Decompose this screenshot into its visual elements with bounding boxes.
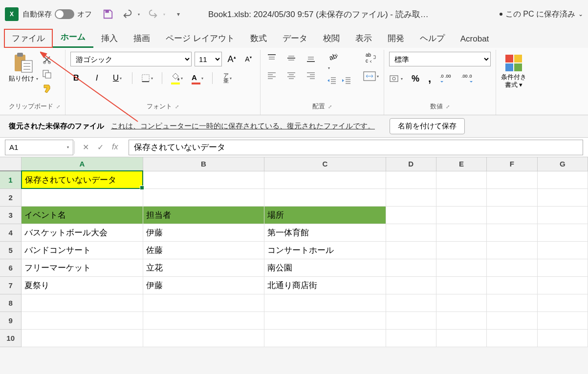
italic-button[interactable]: I <box>91 72 103 84</box>
increase-decimal-icon[interactable]: .0.00 <box>440 74 453 83</box>
align-right-icon[interactable] <box>305 69 317 82</box>
row-header[interactable]: 3 <box>0 206 22 224</box>
font-color-button[interactable]: A▾ <box>192 72 203 84</box>
comma-button[interactable]: , <box>428 72 431 85</box>
cell[interactable] <box>436 312 486 329</box>
saved-status[interactable]: この PC に保存済み ⌄ <box>500 9 583 20</box>
cell[interactable] <box>143 294 264 312</box>
qat-more[interactable]: ▾ <box>177 11 180 18</box>
cell[interactable] <box>386 241 436 259</box>
wrap-text-icon[interactable]: abc <box>365 52 377 63</box>
cell[interactable] <box>264 312 386 329</box>
column-header[interactable]: F <box>487 157 537 171</box>
tab-acrobat[interactable]: Acrobat <box>453 30 497 48</box>
tab-formulas[interactable]: 数式 <box>242 29 275 48</box>
fill-color-button[interactable]: ▾ <box>171 72 183 84</box>
cell[interactable] <box>487 312 537 329</box>
cut-icon[interactable] <box>42 55 52 64</box>
align-center-icon[interactable] <box>285 69 298 82</box>
paste-icon[interactable] <box>14 52 33 73</box>
column-header[interactable]: E <box>436 157 486 171</box>
row-header[interactable]: 5 <box>0 241 22 259</box>
increase-indent-icon[interactable] <box>342 76 351 85</box>
decrease-indent-icon[interactable] <box>327 76 337 85</box>
cell[interactable]: 伊藤 <box>143 276 264 294</box>
redo-dropdown[interactable]: ▾ <box>163 12 165 17</box>
cell[interactable] <box>264 329 386 347</box>
cell[interactable] <box>537 224 588 241</box>
cell[interactable] <box>22 312 143 329</box>
cell[interactable] <box>537 206 588 224</box>
column-header[interactable]: A <box>22 157 143 171</box>
cell[interactable] <box>386 294 436 312</box>
tab-help[interactable]: ヘルプ <box>412 29 453 48</box>
select-all-corner[interactable] <box>0 157 22 171</box>
cell[interactable] <box>143 171 264 188</box>
phonetic-button[interactable]: ア亜▾ <box>221 72 233 84</box>
fx-icon[interactable]: fx <box>112 143 122 152</box>
cell[interactable] <box>537 276 588 294</box>
cell[interactable] <box>264 171 386 188</box>
notice-text[interactable]: これは、コンピューターに一時的に保存されている、復元されたファイルです。 <box>111 122 375 131</box>
number-launcher[interactable]: ⤢ <box>446 104 450 109</box>
cell[interactable] <box>487 171 537 188</box>
cell[interactable]: 佐藤 <box>143 241 264 259</box>
cell[interactable]: バンドコンサート <box>22 241 143 259</box>
formula-input[interactable]: 保存されていないデータ <box>129 140 583 155</box>
cell[interactable] <box>537 294 588 312</box>
cell[interactable] <box>436 206 486 224</box>
number-format-select[interactable]: 標準 <box>389 52 491 66</box>
increase-font-icon[interactable]: A▴ <box>225 52 239 66</box>
cell[interactable] <box>386 224 436 241</box>
cell[interactable] <box>436 329 486 347</box>
undo-dropdown[interactable]: ▾ <box>138 12 140 17</box>
cell[interactable] <box>487 224 537 241</box>
cell[interactable] <box>436 259 486 276</box>
currency-button[interactable]: ▾ <box>389 74 403 83</box>
tab-data[interactable]: データ <box>275 29 315 48</box>
align-middle-icon[interactable] <box>285 52 298 64</box>
cell[interactable]: 北通り商店街 <box>264 276 386 294</box>
cell[interactable] <box>436 188 486 206</box>
row-header[interactable]: 9 <box>0 312 22 329</box>
cell[interactable]: コンサートホール <box>264 241 386 259</box>
cell[interactable]: バスケットボール大会 <box>22 224 143 241</box>
percent-button[interactable]: % <box>412 74 419 84</box>
cell[interactable] <box>22 329 143 347</box>
cell[interactable]: 夏祭り <box>22 276 143 294</box>
cell[interactable] <box>386 171 436 188</box>
cell[interactable] <box>386 206 436 224</box>
paste-button[interactable]: 貼り付け▾ <box>9 74 38 83</box>
row-header[interactable]: 10 <box>0 329 22 347</box>
cell[interactable]: イベント名 <box>22 206 143 224</box>
cell[interactable]: 南公園 <box>264 259 386 276</box>
copy-icon[interactable] <box>42 69 52 79</box>
border-button[interactable]: ▾ <box>141 72 153 84</box>
save-as-button[interactable]: 名前を付けて保存 <box>390 118 465 134</box>
column-header[interactable]: B <box>143 157 264 171</box>
cell[interactable] <box>487 329 537 347</box>
cell[interactable]: 伊藤 <box>143 224 264 241</box>
tab-view[interactable]: 表示 <box>348 29 380 48</box>
spreadsheet-grid[interactable]: ABCDEFG1保存されていないデータ23イベント名担当者場所4バスケットボール… <box>0 157 588 347</box>
cell[interactable] <box>22 294 143 312</box>
cell[interactable] <box>143 312 264 329</box>
align-left-icon[interactable] <box>265 69 278 82</box>
align-bottom-icon[interactable] <box>305 52 317 64</box>
decrease-decimal-icon[interactable]: .00.0 <box>461 74 474 83</box>
tab-draw[interactable]: 描画 <box>126 29 158 48</box>
cell[interactable] <box>487 241 537 259</box>
row-header[interactable]: 1 <box>0 171 22 188</box>
tab-home[interactable]: ホーム <box>53 27 93 48</box>
orientation-button[interactable]: ab▾ <box>327 52 351 71</box>
cell[interactable]: 第一体育館 <box>264 224 386 241</box>
cell[interactable] <box>386 276 436 294</box>
row-header[interactable]: 2 <box>0 188 22 206</box>
font-launcher[interactable]: ⤢ <box>175 104 179 109</box>
decrease-font-icon[interactable]: A▾ <box>241 52 255 66</box>
align-top-icon[interactable] <box>265 52 278 64</box>
cell[interactable] <box>487 188 537 206</box>
redo-icon[interactable] <box>148 9 158 20</box>
cell[interactable] <box>537 329 588 347</box>
cell[interactable] <box>487 206 537 224</box>
